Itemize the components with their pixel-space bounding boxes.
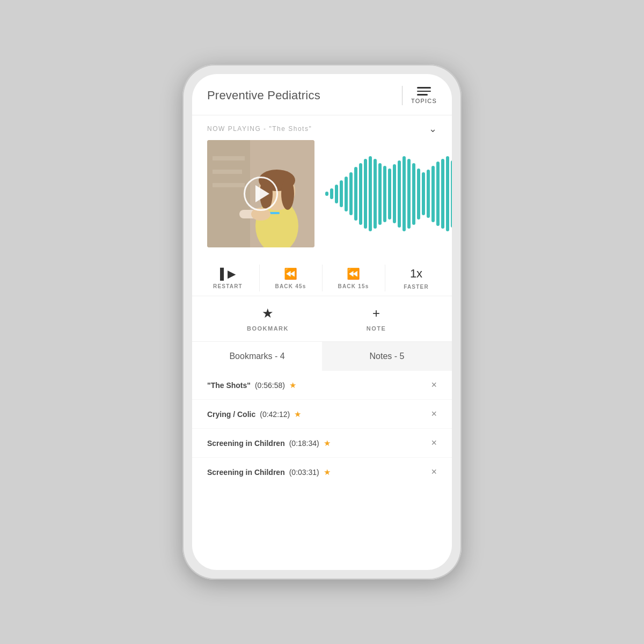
bookmark-close-icon[interactable]: × [431, 437, 437, 449]
waveform-bar [412, 163, 415, 225]
waveform-bar [359, 163, 362, 225]
bookmark-text[interactable]: "The Shots" (0:56:58) ★ [207, 380, 296, 390]
album-art[interactable] [207, 140, 314, 247]
faster-label: FASTER [404, 284, 429, 290]
header-right: TOPICS [393, 86, 437, 105]
waveform-container [325, 140, 452, 247]
topics-button[interactable]: TOPICS [411, 87, 437, 104]
waveform-bar [330, 188, 333, 199]
chevron-down-icon[interactable]: ⌄ [429, 123, 437, 135]
waveform-bar [364, 159, 367, 229]
phone-frame: Preventive Pediatrics TOPICS NOW PLAYING… [182, 64, 462, 580]
waveform-bar [374, 159, 377, 229]
restart-icon: ▌▶ [220, 267, 236, 280]
play-button-overlay[interactable] [244, 177, 278, 211]
bookmark-button[interactable]: ★ BOOKMARK [241, 306, 295, 332]
svg-rect-3 [213, 170, 242, 174]
waveform-bar [398, 160, 401, 228]
speed-button[interactable]: 1x FASTER [398, 267, 435, 290]
waveform-bar [388, 169, 391, 219]
waveform-bar [349, 172, 353, 215]
bookmark-text[interactable]: Screening in Children (0:03:31) ★ [207, 467, 331, 477]
hamburger-line-2 [417, 91, 431, 92]
control-divider-3 [385, 265, 385, 291]
bookmark-star-icon: ★ [294, 409, 301, 419]
header-divider [402, 86, 402, 105]
back15-icon: ⏪ [347, 267, 360, 280]
hamburger-line-3 [417, 94, 428, 96]
note-plus-icon: + [372, 306, 380, 321]
hamburger-icon [417, 87, 431, 96]
back15-label: BACK 15s [338, 283, 369, 289]
action-buttons: ★ BOOKMARK + NOTE [192, 296, 452, 342]
waveform-bar [393, 164, 396, 223]
app-title: Preventive Pediatrics [207, 89, 320, 103]
waveform-bar [335, 185, 338, 203]
svg-rect-2 [213, 156, 245, 160]
waveform-bar [369, 156, 372, 231]
hamburger-line-1 [417, 87, 431, 89]
control-divider-1 [259, 265, 260, 291]
waveform-bar [417, 169, 420, 219]
note-label: NOTE [367, 325, 386, 332]
waveform-bar [340, 180, 343, 207]
waveform [325, 151, 452, 237]
waveform-bar [436, 162, 440, 226]
tabs-row: Bookmarks - 4 Notes - 5 [192, 342, 452, 371]
controls-row: ▌▶ RESTART ⏪ BACK 45s ⏪ BACK 15s 1x FAST… [192, 256, 452, 296]
waveform-bar [383, 166, 386, 222]
bookmark-star-icon: ★ [324, 467, 331, 477]
waveform-bar [407, 159, 411, 229]
bookmark-star-icon: ★ [262, 306, 274, 321]
bookmark-text[interactable]: Crying / Colic (0:42:12) ★ [207, 409, 301, 419]
waveform-bar [446, 156, 449, 231]
back45-icon: ⏪ [284, 267, 297, 280]
bookmark-item: Screening in Children (0:18:34) ★× [192, 429, 452, 458]
back45-label: BACK 45s [275, 283, 306, 289]
waveform-bar [441, 159, 444, 229]
svg-rect-4 [213, 183, 245, 187]
bookmark-list: "The Shots" (0:56:58) ★×Crying / Colic (… [192, 371, 452, 570]
restart-button[interactable]: ▌▶ RESTART [209, 267, 247, 289]
waveform-bar [422, 172, 425, 215]
bookmark-label: BOOKMARK [247, 325, 289, 332]
svg-point-9 [281, 178, 294, 210]
bookmark-item: Screening in Children (0:03:31) ★× [192, 458, 452, 486]
note-button[interactable]: + NOTE [349, 306, 403, 332]
phone-screen: Preventive Pediatrics TOPICS NOW PLAYING… [192, 74, 452, 570]
waveform-bar [427, 170, 430, 218]
bookmark-item: "The Shots" (0:56:58) ★× [192, 371, 452, 400]
speed-value: 1x [410, 267, 422, 281]
bookmark-text[interactable]: Screening in Children (0:18:34) ★ [207, 438, 331, 448]
bookmark-star-icon: ★ [289, 380, 296, 390]
waveform-bar [402, 156, 406, 231]
control-divider-2 [322, 265, 323, 291]
restart-label: RESTART [213, 283, 243, 289]
back45-button[interactable]: ⏪ BACK 45s [272, 267, 310, 289]
now-playing-text: NOW PLAYING - "The Shots" [207, 125, 312, 133]
waveform-bar [378, 163, 382, 225]
topics-label: TOPICS [411, 98, 437, 104]
tab-notes[interactable]: Notes - 5 [322, 342, 452, 371]
bookmark-close-icon[interactable]: × [431, 466, 437, 478]
waveform-bar [354, 167, 357, 221]
waveform-bar [325, 192, 328, 196]
back15-button[interactable]: ⏪ BACK 15s [335, 267, 372, 289]
waveform-bar [451, 160, 452, 228]
play-triangle-icon [255, 185, 269, 202]
waveform-bar [431, 166, 435, 222]
player-area [192, 140, 452, 256]
bookmark-item: Crying / Colic (0:42:12) ★× [192, 400, 452, 429]
waveform-bar [345, 177, 348, 211]
bookmark-close-icon[interactable]: × [431, 379, 437, 391]
now-playing-bar: NOW PLAYING - "The Shots" ⌄ [192, 115, 452, 140]
bookmark-star-icon: ★ [324, 438, 331, 448]
tab-bookmarks[interactable]: Bookmarks - 4 [192, 342, 322, 371]
bookmark-close-icon[interactable]: × [431, 408, 437, 420]
app-header: Preventive Pediatrics TOPICS [192, 74, 452, 115]
